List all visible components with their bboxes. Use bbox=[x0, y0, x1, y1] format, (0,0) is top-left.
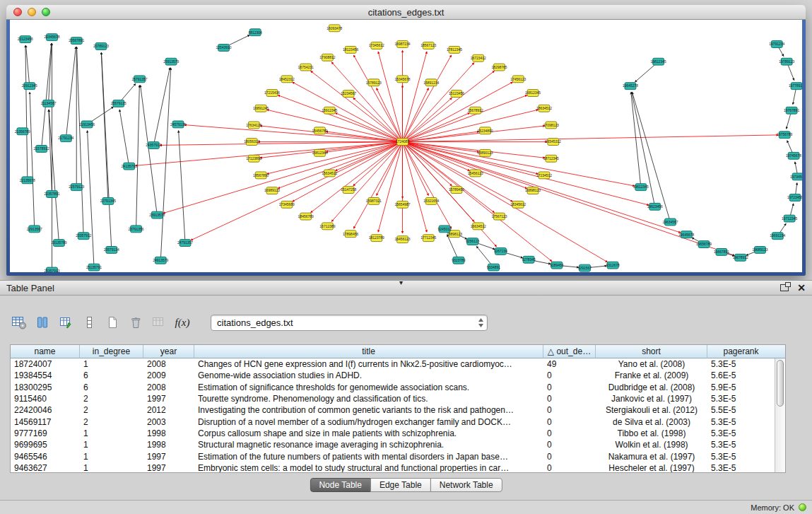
graph-node[interactable]: 16987234 bbox=[395, 41, 411, 48]
graph-node[interactable]: 17345612 bbox=[369, 42, 384, 49]
network-canvas[interactable]: 1724087180563121763412516891245172154361… bbox=[10, 20, 802, 272]
graph-node[interactable]: 16712389 bbox=[319, 223, 335, 230]
table-row[interactable]: 946554611997Estimation of the future num… bbox=[11, 450, 776, 462]
table-options-icon[interactable] bbox=[11, 314, 27, 331]
tab-network-table[interactable]: Network Table bbox=[430, 478, 502, 492]
graph-node[interactable]: 19756789 bbox=[777, 132, 792, 139]
graph-edge[interactable] bbox=[353, 142, 403, 186]
function-builder-icon[interactable]: f(x) bbox=[175, 314, 190, 331]
graph-node[interactable]: 18567123 bbox=[420, 42, 436, 49]
graph-node[interactable]: 16723412 bbox=[471, 54, 486, 62]
column-header-year[interactable]: year bbox=[143, 345, 194, 358]
graph-edge[interactable] bbox=[141, 86, 158, 216]
graph-node[interactable]: 15891234 bbox=[423, 79, 439, 86]
graph-edge[interactable] bbox=[160, 68, 170, 260]
new-column-icon[interactable] bbox=[105, 314, 120, 331]
graph-node[interactable]: 19767891 bbox=[784, 107, 799, 114]
graph-edge[interactable] bbox=[119, 110, 129, 166]
graph-node[interactable]: 19678912 bbox=[733, 254, 748, 261]
network-view[interactable]: 1724087180563121763412516891245172154361… bbox=[10, 20, 802, 272]
graph-node[interactable]: 18345612 bbox=[510, 201, 526, 208]
graph-node[interactable]: 24913579 bbox=[153, 257, 168, 264]
graph-node[interactable]: 21134567 bbox=[41, 100, 57, 107]
graph-node[interactable]: 22579123 bbox=[69, 184, 84, 191]
graph-node[interactable]: 19656789 bbox=[696, 241, 712, 248]
graph-edge[interactable] bbox=[101, 52, 111, 250]
delete-column-icon[interactable] bbox=[128, 314, 143, 331]
graph-node[interactable]: 19723456 bbox=[787, 194, 802, 201]
graph-node[interactable]: 24135791 bbox=[122, 163, 137, 170]
column-header-out_de[interactable]: △ out_de… bbox=[543, 345, 596, 358]
graph-node[interactable]: 17345689 bbox=[279, 201, 295, 208]
table-row[interactable]: 977716911998Corpus callosum shape and si… bbox=[11, 428, 776, 439]
table-row[interactable]: 1938455462009Genome-wide association stu… bbox=[11, 370, 776, 381]
graph-node[interactable]: 16891245 bbox=[253, 105, 269, 112]
graph-node[interactable]: 15654987 bbox=[395, 201, 411, 208]
graph-node[interactable]: 21578912 bbox=[34, 146, 49, 153]
graph-edge[interactable] bbox=[631, 93, 641, 187]
graph-node[interactable]: 19778912 bbox=[789, 83, 802, 90]
graph-node[interactable]: 18712345 bbox=[543, 155, 559, 162]
graph-node[interactable]: 9267234 bbox=[494, 247, 508, 255]
graph-edge[interactable] bbox=[25, 45, 28, 180]
vertical-scrollbar[interactable] bbox=[775, 358, 785, 472]
graph-node[interactable]: 15147258 bbox=[341, 187, 356, 194]
graph-node[interactable]: 23791356 bbox=[129, 226, 144, 233]
graph-node[interactable]: 19691234 bbox=[770, 233, 785, 240]
graph-node[interactable]: 19612345 bbox=[633, 184, 649, 191]
graph-node[interactable]: 18567890 bbox=[253, 172, 269, 179]
graph-node[interactable]: 23135789 bbox=[51, 240, 66, 247]
minimize-window-button[interactable] bbox=[28, 8, 36, 16]
column-header-short[interactable]: short bbox=[596, 345, 707, 358]
graph-node[interactable]: 18452312 bbox=[279, 76, 295, 83]
graph-node[interactable]: 15456789 bbox=[312, 127, 327, 134]
graph-node[interactable]: 15456123 bbox=[468, 170, 483, 177]
graph-node[interactable]: 15321654 bbox=[423, 197, 439, 204]
graph-node[interactable]: 16456123 bbox=[395, 236, 411, 243]
close-panel-icon[interactable]: ✕ bbox=[797, 283, 806, 293]
graph-node[interactable]: 9291567 bbox=[578, 264, 592, 271]
table-row[interactable]: 1872400712008Changes of HCN gene express… bbox=[11, 358, 776, 370]
graph-edge[interactable] bbox=[403, 142, 649, 205]
table-row[interactable]: 1456911722003Disruption of a novel membe… bbox=[11, 416, 776, 427]
graph-node[interactable]: 17215436 bbox=[264, 90, 280, 97]
graph-node[interactable]: 17234512 bbox=[536, 172, 552, 179]
graph-edge[interactable] bbox=[160, 142, 402, 146]
graph-node[interactable]: 25791357 bbox=[132, 76, 148, 83]
graph-node[interactable]: 15678912 bbox=[468, 107, 483, 114]
graph-node[interactable]: 15987321 bbox=[366, 197, 382, 204]
graph-edge[interactable] bbox=[403, 135, 779, 142]
graph-node[interactable]: 9323789 bbox=[452, 257, 466, 264]
graph-node[interactable]: 22135678 bbox=[20, 177, 35, 184]
graph-node[interactable]: 18123789 bbox=[369, 235, 384, 242]
graph-node[interactable]: 24357913 bbox=[146, 142, 161, 149]
graph-node[interactable]: 20345678 bbox=[45, 34, 60, 41]
graph-edge[interactable] bbox=[403, 142, 635, 186]
show-columns-icon[interactable] bbox=[35, 314, 50, 331]
splitter-handle[interactable]: ▾ bbox=[399, 279, 403, 286]
graph-edge[interactable] bbox=[403, 142, 735, 256]
graph-node[interactable]: 18298765 bbox=[491, 64, 507, 71]
graph-edge[interactable] bbox=[353, 98, 403, 141]
network-window-titlebar[interactable]: citations_edges.txt bbox=[6, 5, 806, 20]
graph-node[interactable]: 25357913 bbox=[45, 267, 60, 272]
graph-node[interactable]: 19623456 bbox=[647, 203, 663, 210]
column-header-title[interactable]: title bbox=[194, 345, 543, 358]
graph-node[interactable]: 19645678 bbox=[678, 231, 694, 238]
graph-node[interactable]: 20123456 bbox=[18, 36, 33, 43]
graph-node[interactable]: 20789123 bbox=[93, 43, 109, 50]
scrollbar-thumb[interactable] bbox=[777, 360, 784, 407]
memory-indicator-icon[interactable] bbox=[799, 503, 806, 511]
graph-node[interactable]: 21356789 bbox=[15, 128, 30, 135]
graph-node[interactable]: 9256123 bbox=[466, 238, 480, 245]
graph-node[interactable]: 17567123 bbox=[491, 213, 507, 220]
table-row[interactable]: 911546021997Tourette syndrome. Phenomeno… bbox=[11, 393, 776, 404]
graph-edge[interactable] bbox=[403, 98, 452, 141]
graph-edge[interactable] bbox=[66, 47, 76, 138]
graph-node[interactable]: 19812345 bbox=[651, 58, 666, 65]
graph-node[interactable]: 17098123 bbox=[543, 122, 559, 129]
graph-node[interactable]: 16989123 bbox=[264, 187, 280, 194]
graph-node[interactable]: 16634512 bbox=[471, 223, 486, 230]
graph-node[interactable]: 15789456 bbox=[449, 187, 464, 194]
graph-node[interactable]: 15890123 bbox=[478, 149, 493, 156]
